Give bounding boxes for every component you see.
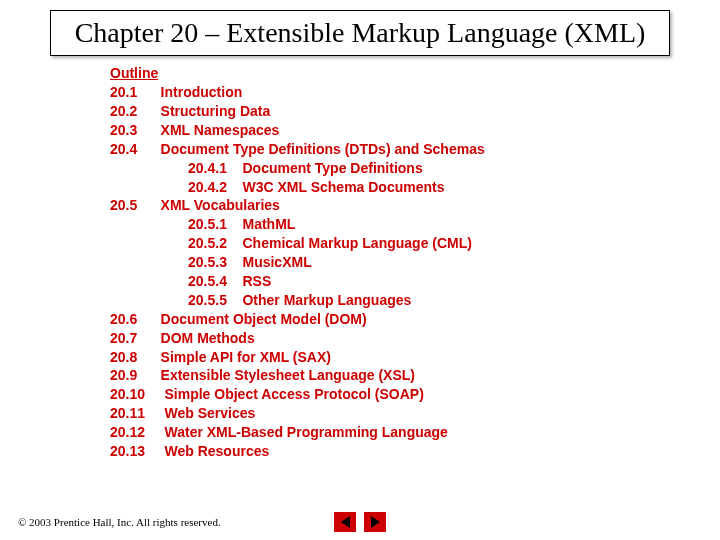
- outline-item: 20.10 Simple Object Access Protocol (SOA…: [110, 385, 720, 404]
- outline-subitem: 20.5.5 Other Markup Languages: [188, 291, 720, 310]
- outline-item: 20.5 XML Vocabularies: [110, 196, 720, 215]
- outline-item: 20.4 Document Type Definitions (DTDs) an…: [110, 140, 720, 159]
- outline-item: 20.2 Structuring Data: [110, 102, 720, 121]
- outline-item: 20.3 XML Namespaces: [110, 121, 720, 140]
- outline-subitem: 20.5.3 MusicXML: [188, 253, 720, 272]
- outline-item: 20.11 Web Services: [110, 404, 720, 423]
- outline-item: 20.9 Extensible Stylesheet Language (XSL…: [110, 366, 720, 385]
- outline-item: 20.8 Simple API for XML (SAX): [110, 348, 720, 367]
- outline-item: 20.12 Water XML-Based Programming Langua…: [110, 423, 720, 442]
- prev-button[interactable]: [334, 512, 356, 532]
- outline-heading: Outline: [110, 64, 720, 83]
- page-title: Chapter 20 – Extensible Markup Language …: [50, 10, 670, 56]
- outline-subitem: 20.4.2 W3C XML Schema Documents: [188, 178, 720, 197]
- outline-subitem: 20.5.4 RSS: [188, 272, 720, 291]
- outline-subitem: 20.4.1 Document Type Definitions: [188, 159, 720, 178]
- outline-item: 20.1 Introduction: [110, 83, 720, 102]
- outline-subitem: 20.5.2 Chemical Markup Language (CML): [188, 234, 720, 253]
- outline: Outline 20.1 Introduction20.2 Structurin…: [110, 64, 720, 461]
- arrow-left-icon: [341, 516, 350, 528]
- outline-item: 20.7 DOM Methods: [110, 329, 720, 348]
- outline-subitem: 20.5.1 MathML: [188, 215, 720, 234]
- outline-item: 20.13 Web Resources: [110, 442, 720, 461]
- arrow-right-icon: [371, 516, 380, 528]
- outline-item: 20.6 Document Object Model (DOM): [110, 310, 720, 329]
- slide-nav: [334, 512, 386, 532]
- next-button[interactable]: [364, 512, 386, 532]
